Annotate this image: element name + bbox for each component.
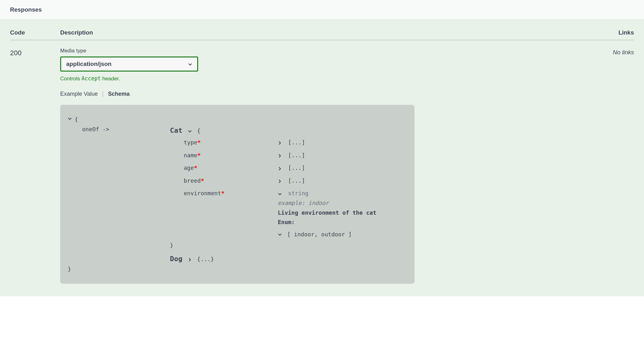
type-value-collapsed[interactable]: [...] (278, 136, 407, 149)
root-close-brace: } (68, 265, 407, 274)
environment-enum-values[interactable]: [ indoor, outdoor ] (278, 227, 407, 239)
caret-down-icon (278, 231, 285, 238)
caret-right-icon (278, 139, 285, 147)
caret-right-icon (278, 152, 285, 160)
response-description-area: Media type application/json Controls Acc… (60, 48, 596, 284)
tab-schema[interactable]: Schema (108, 91, 129, 97)
tab-divider: | (102, 91, 104, 97)
media-type-value: application/json (66, 61, 112, 67)
caret-down-icon[interactable] (68, 115, 75, 122)
caret-down-icon[interactable] (278, 190, 285, 198)
caret-right-icon (278, 178, 285, 185)
prop-breed: breed* (184, 174, 278, 187)
responses-content: Code Description Links 200 Media type ap… (0, 20, 644, 296)
response-row-200: 200 Media type application/json Controls… (10, 48, 634, 284)
column-description: Description (60, 29, 596, 36)
prop-name: name* (184, 149, 278, 162)
response-code: 200 (10, 48, 60, 284)
oneof-label: oneOf -> (82, 126, 109, 132)
cat-close-brace: } (170, 241, 407, 250)
environment-type: string (288, 190, 309, 196)
media-type-label: Media type (60, 48, 596, 54)
schema-cat: Cat { type* name* age* (170, 125, 407, 250)
response-links: No links (596, 48, 634, 284)
prop-environment: environment* (184, 187, 278, 200)
caret-right-icon (278, 165, 285, 172)
open-brace: { (75, 115, 78, 125)
schema-cat-name[interactable]: Cat (170, 126, 182, 134)
environment-value-expanded: string example: indoor Living environmen… (278, 187, 407, 241)
cat-properties: type* name* age* breed* environment* (170, 136, 407, 241)
responses-title: Responses (10, 6, 634, 13)
age-value-collapsed[interactable]: [...] (278, 162, 407, 174)
responses-header: Responses (0, 0, 644, 20)
environment-example: example: indoor (278, 198, 407, 208)
oneof-section: oneOf -> Cat { (68, 125, 407, 265)
breed-value-collapsed[interactable]: [...] (278, 174, 407, 187)
value-schema-tabs: Example Value | Schema (60, 91, 596, 97)
caret-down-icon[interactable] (186, 128, 194, 135)
dog-collapsed: {...} (197, 256, 214, 262)
prop-type: type* (184, 136, 278, 149)
media-type-select[interactable]: application/json (60, 56, 198, 72)
accept-header-hint: Controls Accept header. (60, 75, 596, 82)
schema-dog-name[interactable]: Dog (170, 255, 182, 263)
caret-right-icon[interactable] (186, 256, 194, 264)
name-value-collapsed[interactable]: [...] (278, 149, 407, 162)
column-code: Code (10, 29, 60, 36)
chevron-down-icon (188, 62, 192, 67)
table-header: Code Description Links (10, 29, 634, 40)
tab-example-value[interactable]: Example Value (60, 91, 98, 97)
schema-root-open: { (68, 115, 407, 125)
schema-dog: Dog {...} (170, 253, 407, 265)
environment-description: Living environment of the cat (278, 208, 407, 218)
schema-box: { oneOf -> Cat { (60, 105, 414, 284)
column-links: Links (596, 29, 634, 36)
prop-age: age* (184, 162, 278, 174)
environment-enum-label: Enum: (278, 217, 407, 227)
